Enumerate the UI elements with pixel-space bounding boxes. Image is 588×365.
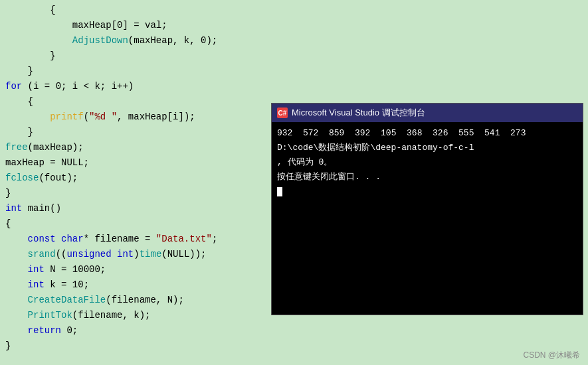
console-cursor (277, 187, 282, 196)
console-output-line: 按任意键关闭此窗口. . . (277, 170, 577, 184)
code-line: { (5, 3, 583, 18)
code-line: } (5, 64, 583, 79)
code-line: maxHeap[0] = val; (5, 18, 583, 33)
console-body: 932 572 859 392 105 368 326 555 541 273 … (272, 122, 583, 315)
watermark: CSDN @沐曦希 (523, 350, 580, 361)
code-line: } (5, 338, 583, 354)
console-title: Microsoft Visual Studio 调试控制台 (292, 107, 425, 119)
code-line: } (5, 48, 583, 64)
console-output-line: D:\code\数据结构初阶\deep-anatomy-of-c-l (277, 141, 577, 155)
console-titlebar: C# Microsoft Visual Studio 调试控制台 (272, 104, 583, 122)
vs-icon: C# (277, 108, 288, 118)
console-cursor-line (277, 184, 577, 199)
console-window: C# Microsoft Visual Studio 调试控制台 932 572… (271, 103, 583, 315)
console-output-line: 932 572 859 392 105 368 326 555 541 273 (277, 126, 577, 141)
console-output-line: , 代码为 0。 (277, 155, 577, 170)
code-line: return 0; (5, 323, 583, 338)
code-line: for (i = 0; i < k; i++) (5, 79, 583, 94)
code-line: AdjustDown(maxHeap, k, 0); (5, 33, 583, 48)
